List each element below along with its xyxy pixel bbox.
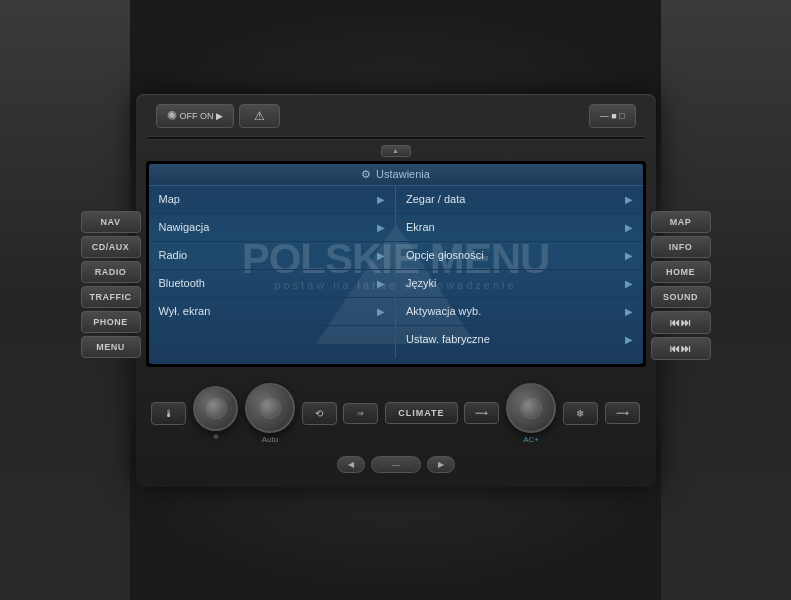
center-unit: 🔘 OFF ON ▶ ⚠ — ■ □ ▲ (136, 94, 656, 487)
auto-knob[interactable] (245, 383, 295, 433)
menu-item-radio-label: Radio (159, 249, 188, 261)
climate-label: CLIMATE (398, 408, 444, 418)
top-button-row: 🔘 OFF ON ▶ ⚠ — ■ □ (146, 104, 646, 128)
map-button[interactable]: MAP (651, 211, 711, 233)
menu-item-radio-arrow: ▶ (377, 250, 385, 261)
menu-item-aktywacja-label: Aktywacja wyb. (406, 305, 481, 317)
sound-button[interactable]: SOUND (651, 286, 711, 308)
traffic-button[interactable]: TRAFFIC (81, 286, 141, 308)
recirc-button[interactable]: ⟲ (302, 402, 337, 425)
fan-label: ❄ (213, 433, 219, 441)
menu-item-nawigacja-label: Nawigacja (159, 221, 210, 233)
menu-item-nawigacja[interactable]: Nawigacja ▶ (149, 214, 396, 242)
menu-item-jezyki-label: Języki (406, 277, 437, 289)
menu-item-map-label: Map (159, 193, 180, 205)
prev-next-button-1[interactable]: ⏮⏭ (651, 311, 711, 334)
menu-item-jezyki[interactable]: Języki ▶ (396, 270, 643, 298)
eject-area: ▲ (146, 145, 646, 157)
menu-item-nawigacja-arrow: ▶ (377, 222, 385, 233)
menu-item-ustaw-label: Ustaw. fabryczne (406, 333, 490, 345)
settings-icon: ⚙ (361, 168, 371, 181)
menu-title-bar: ⚙ Ustawienia (149, 164, 643, 186)
eject-button[interactable]: ▲ (381, 145, 411, 157)
radio-button[interactable]: RADIO (81, 261, 141, 283)
power-label: OFF ON ▶ (180, 111, 224, 121)
ac-knob[interactable] (506, 383, 556, 433)
warning-button[interactable]: ⚠ (239, 104, 280, 128)
top-right-buttons: — ■ □ (589, 104, 636, 128)
rear-defrost-button[interactable]: ⟿ (605, 402, 640, 424)
menu-item-wyl-ekran-arrow: ▶ (377, 306, 385, 317)
cd-aux-button[interactable]: CD/AUX (81, 236, 141, 258)
power-toggle-button[interactable]: 🔘 OFF ON ▶ (156, 104, 235, 128)
menu-item-bluetooth-arrow: ▶ (377, 278, 385, 289)
screen-area: NAV CD/AUX RADIO TRAFFIC PHONE MENU MAP … (146, 161, 646, 367)
cool-button[interactable]: ❄ (563, 402, 598, 425)
menu-item-aktywacja-arrow: ▶ (625, 306, 633, 317)
menu-item-map[interactable]: Map ▶ (149, 186, 396, 214)
pill-button-row: ◀ — ▶ (146, 456, 646, 473)
menu-item-opcje-glosnosci[interactable]: Opcje głosności ▶ (396, 242, 643, 270)
warning-icon: ⚠ (254, 109, 265, 123)
window-button[interactable]: — ■ □ (589, 104, 636, 128)
fan-knob[interactable] (193, 386, 238, 431)
heat-button[interactable]: 🌡 (151, 402, 186, 425)
defrost-button[interactable]: ⟿ (464, 402, 499, 424)
dashboard: 🔘 OFF ON ▶ ⚠ — ■ □ ▲ (0, 0, 791, 600)
auto-label: Auto (262, 435, 278, 444)
center-pill-button[interactable]: — (371, 456, 421, 473)
main-screen: POLSKIE MENU postaw na łatwe w prowadzen… (149, 164, 643, 364)
menu-item-map-arrow: ▶ (377, 194, 385, 205)
phone-button[interactable]: PHONE (81, 311, 141, 333)
menu-item-radio[interactable]: Radio ▶ (149, 242, 396, 270)
menu-item-zegar-arrow: ▶ (625, 194, 633, 205)
right-nav: MAP INFO HOME SOUND ⏮⏭ ⏮⏭ (651, 211, 711, 360)
info-button[interactable]: INFO (651, 236, 711, 258)
menu-item-bluetooth[interactable]: Bluetooth ▶ (149, 270, 396, 298)
left-menu-column: Map ▶ Nawigacja ▶ Radio ▶ (149, 186, 397, 358)
nav-button[interactable]: NAV (81, 211, 141, 233)
top-left-buttons: 🔘 OFF ON ▶ ⚠ (156, 104, 281, 128)
menu-item-wyl-ekran-label: Wył. ekran (159, 305, 211, 317)
menu-title-text: Ustawienia (376, 168, 430, 180)
eject-icon: ▲ (392, 147, 399, 154)
prev-next-button-2[interactable]: ⏮⏭ (651, 337, 711, 360)
screen-container: POLSKIE MENU postaw na łatwe w prowadzen… (146, 161, 646, 367)
menu-item-ustaw-fabryczne[interactable]: Ustaw. fabryczne ▶ (396, 326, 643, 354)
fan-control: ❄ (193, 386, 238, 441)
menu-item-aktywacja[interactable]: Aktywacja wyb. ▶ (396, 298, 643, 326)
menu-item-zegar-label: Zegar / data (406, 193, 465, 205)
menu-content: Map ▶ Nawigacja ▶ Radio ▶ (149, 186, 643, 358)
climate-button[interactable]: CLIMATE (385, 402, 457, 424)
menu-item-bluetooth-label: Bluetooth (159, 277, 205, 289)
menu-item-jezyki-arrow: ▶ (625, 278, 633, 289)
left-nav: NAV CD/AUX RADIO TRAFFIC PHONE MENU (81, 211, 141, 358)
menu-item-zegar[interactable]: Zegar / data ▶ (396, 186, 643, 214)
ac-control: AC+ (506, 383, 556, 444)
left-pill-button[interactable]: ◀ (337, 456, 365, 473)
menu-item-ekran-label: Ekran (406, 221, 435, 233)
auto-control: Auto (245, 383, 295, 444)
window-label: — ■ □ (600, 111, 625, 121)
right-menu-column: Zegar / data ▶ Ekran ▶ Opcje głosności ▶ (396, 186, 643, 358)
menu-item-ekran-arrow: ▶ (625, 222, 633, 233)
home-button[interactable]: HOME (651, 261, 711, 283)
menu-button[interactable]: MENU (81, 336, 141, 358)
menu-item-ekran[interactable]: Ekran ▶ (396, 214, 643, 242)
menu-item-ustaw-arrow: ▶ (625, 334, 633, 345)
cd-slot (146, 136, 646, 140)
fan-direction-button[interactable]: ⇒ (343, 403, 378, 424)
menu-item-wyl-ekran[interactable]: Wył. ekran ▶ (149, 298, 396, 326)
bottom-controls: 🌡 ❄ Auto ⟲ ⇒ CLIMATE ⟿ (146, 375, 646, 452)
menu-item-opcje-label: Opcje głosności (406, 249, 484, 261)
ac-label: AC+ (523, 435, 539, 444)
menu-item-opcje-arrow: ▶ (625, 250, 633, 261)
power-icon: 🔘 (167, 111, 177, 120)
right-pill-button[interactable]: ▶ (427, 456, 455, 473)
